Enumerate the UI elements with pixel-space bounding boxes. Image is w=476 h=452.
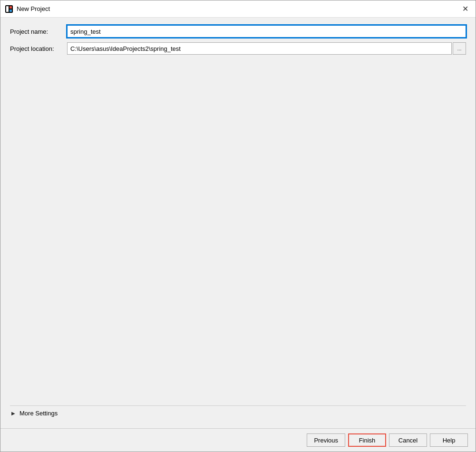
dialog-content: Project name: Project location: ... ▶ Mo… bbox=[0, 18, 476, 428]
previous-button[interactable]: Previous bbox=[307, 433, 345, 447]
cancel-button[interactable]: Cancel bbox=[389, 433, 427, 447]
dialog-footer: Previous Finish Cancel Help bbox=[0, 428, 476, 452]
project-name-input[interactable] bbox=[67, 25, 466, 38]
project-location-input[interactable] bbox=[67, 42, 452, 55]
close-button[interactable]: ✕ bbox=[458, 2, 472, 16]
help-button[interactable]: Help bbox=[430, 433, 468, 447]
svg-rect-3 bbox=[10, 10, 12, 12]
content-spacer bbox=[10, 59, 466, 405]
more-settings-row[interactable]: ▶ More Settings bbox=[10, 405, 466, 421]
more-settings-label[interactable]: More Settings bbox=[19, 410, 58, 417]
svg-rect-1 bbox=[6, 6, 9, 12]
finish-button[interactable]: Finish bbox=[348, 433, 386, 447]
browse-button[interactable]: ... bbox=[453, 42, 466, 55]
new-project-dialog: New Project ✕ Project name: Project loca… bbox=[0, 0, 476, 452]
more-settings-arrow-icon[interactable]: ▶ bbox=[10, 410, 17, 417]
project-name-label: Project name: bbox=[10, 28, 67, 35]
svg-rect-2 bbox=[10, 6, 12, 9]
project-name-row: Project name: bbox=[10, 25, 466, 38]
project-location-label: Project location: bbox=[10, 45, 67, 52]
app-icon bbox=[4, 4, 14, 14]
title-bar: New Project ✕ bbox=[0, 0, 476, 18]
project-location-row: Project location: ... bbox=[10, 42, 466, 55]
dialog-title: New Project bbox=[17, 5, 458, 12]
